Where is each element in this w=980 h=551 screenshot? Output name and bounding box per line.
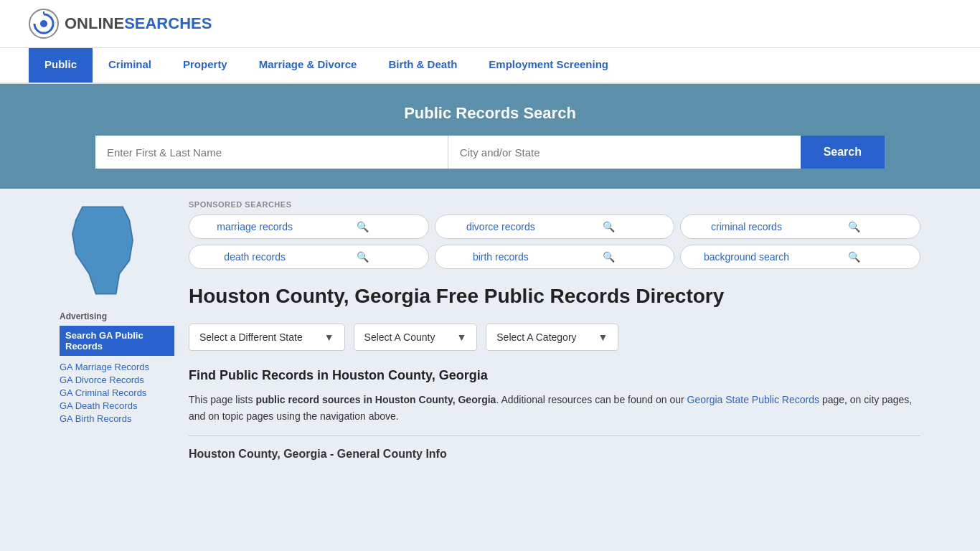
county-dropdown-label: Select A County [364,331,435,343]
sponsored-item-label-0: marriage records [201,221,308,232]
sponsored-item-4[interactable]: birth records 🔍 [435,245,675,269]
search-icon-1: 🔍 [555,221,662,232]
category-dropdown-label: Select A Category [496,331,576,343]
nav-item-public[interactable]: Public [29,48,93,83]
site-header: ONLINESEARCHES [0,0,980,48]
sponsored-item-5[interactable]: background search 🔍 [680,245,920,269]
sidebar-link-death[interactable]: GA Death Records [60,400,174,411]
find-desc-part1: This page lists [189,394,255,405]
search-icon-4: 🔍 [555,251,662,263]
find-desc-bold: public record sources in Houston County,… [255,394,496,405]
search-icon-3: 🔍 [308,251,416,263]
sidebar: Advertising Search GA Public Records GA … [60,200,174,461]
section-divider [189,435,920,436]
sponsored-item-3[interactable]: death records 🔍 [189,245,429,269]
search-icon-2: 🔍 [801,221,908,232]
find-desc-part2: . Additional resources can be found on o… [496,394,687,405]
sponsored-item-label-4: birth records [447,251,555,263]
logo-text: ONLINESEARCHES [65,14,212,33]
dropdowns-row: Select a Different State ▼ Select A Coun… [189,324,920,351]
georgia-records-link[interactable]: Georgia State Public Records [687,394,819,405]
nav-item-marriage-divorce[interactable]: Marriage & Divorce [243,48,373,83]
sponsored-item-label-2: criminal records [692,221,800,232]
hero-section: Public Records Search Search [0,84,980,189]
chevron-down-icon-2: ▼ [456,331,466,343]
search-bar: Search [95,136,885,169]
search-icon-5: 🔍 [801,251,908,263]
category-dropdown[interactable]: Select A Category ▼ [486,324,618,351]
sponsored-item-1[interactable]: divorce records 🔍 [435,215,675,239]
sidebar-link-marriage[interactable]: GA Marriage Records [60,362,174,372]
sponsored-item-label-1: divorce records [447,221,555,232]
svg-marker-3 [72,207,133,293]
hero-title: Public Records Search [29,104,951,123]
content-area: SPONSORED SEARCHES marriage records 🔍 di… [189,200,920,461]
nav-item-birth-death[interactable]: Birth & Death [372,48,473,83]
search-button[interactable]: Search [801,136,885,169]
county-dropdown[interactable]: Select A County ▼ [354,324,478,351]
sidebar-link-birth[interactable]: GA Birth Records [60,413,174,424]
sponsored-item-label-5: background search [692,251,800,263]
state-dropdown[interactable]: Select a Different State ▼ [189,324,345,351]
chevron-down-icon: ▼ [324,331,334,343]
name-input[interactable] [95,136,448,169]
advertising-label: Advertising [60,311,174,321]
nav-item-criminal[interactable]: Criminal [93,48,167,83]
logo-icon [29,9,59,39]
state-map-icon [60,200,146,301]
general-info-heading: Houston County, Georgia - General County… [189,448,920,461]
chevron-down-icon-3: ▼ [598,331,608,343]
sponsored-grid: marriage records 🔍 divorce records 🔍 cri… [189,215,920,269]
location-input[interactable] [448,136,801,169]
sidebar-link-divorce[interactable]: GA Divorce Records [60,375,174,385]
logo: ONLINESEARCHES [29,9,212,39]
sponsored-item-2[interactable]: criminal records 🔍 [680,215,920,239]
page-title: Houston County, Georgia Free Public Reco… [189,283,920,309]
find-heading: Find Public Records in Houston County, G… [189,368,920,383]
main-container: Advertising Search GA Public Records GA … [45,189,935,472]
nav-item-property[interactable]: Property [167,48,243,83]
sponsored-item-label-3: death records [201,251,308,263]
find-description: This page lists public record sources in… [189,392,920,424]
sidebar-link-criminal[interactable]: GA Criminal Records [60,387,174,398]
main-nav: Public Criminal Property Marriage & Divo… [0,48,980,84]
sponsored-item-0[interactable]: marriage records 🔍 [189,215,429,239]
svg-point-1 [40,20,47,27]
state-dropdown-label: Select a Different State [199,331,303,343]
sidebar-highlighted-link[interactable]: Search GA Public Records [60,326,174,356]
nav-item-employment[interactable]: Employment Screening [473,48,624,83]
search-icon-0: 🔍 [308,221,416,232]
sponsored-label: SPONSORED SEARCHES [189,200,920,209]
